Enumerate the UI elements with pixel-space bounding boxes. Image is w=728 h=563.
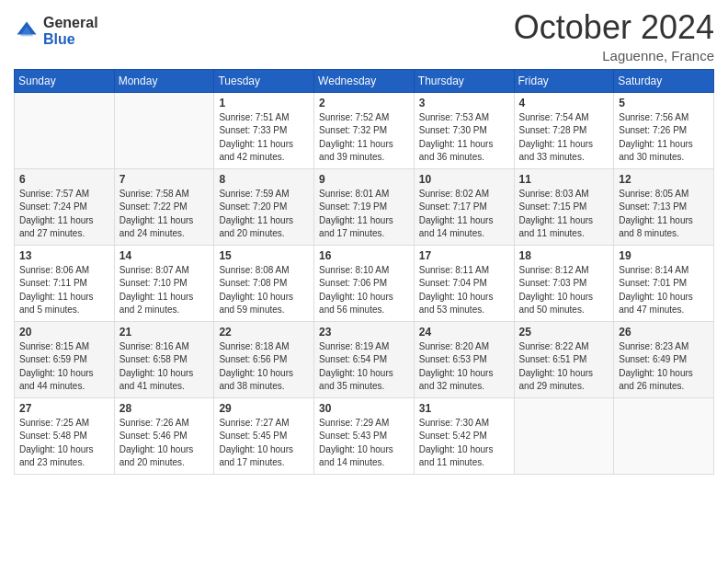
calendar-cell: 23Sunrise: 8:19 AMSunset: 6:54 PMDayligh…: [314, 321, 415, 397]
day-info: Sunrise: 8:07 AMSunset: 7:10 PMDaylight:…: [119, 264, 210, 317]
logo-general: General: [43, 15, 98, 31]
calendar-cell: [15, 92, 115, 168]
day-info: Sunrise: 8:20 AMSunset: 6:53 PMDaylight:…: [419, 340, 509, 394]
day-info: Sunrise: 8:10 AMSunset: 7:06 PMDaylight:…: [319, 264, 409, 317]
day-number: 17: [419, 249, 509, 262]
calendar-cell: 5Sunrise: 7:56 AMSunset: 7:26 PMDaylight…: [614, 92, 714, 168]
day-info: Sunrise: 8:03 AMSunset: 7:15 PMDaylight:…: [519, 188, 609, 241]
calendar-cell: 4Sunrise: 7:54 AMSunset: 7:28 PMDaylight…: [514, 92, 614, 168]
calendar-cell: 26Sunrise: 8:23 AMSunset: 6:49 PMDayligh…: [614, 321, 714, 397]
calendar-cell: 29Sunrise: 7:27 AMSunset: 5:45 PMDayligh…: [214, 397, 314, 474]
day-number: 26: [619, 326, 709, 339]
calendar-cell: 7Sunrise: 7:58 AMSunset: 7:22 PMDaylight…: [114, 168, 214, 245]
calendar-cell: 2Sunrise: 7:52 AMSunset: 7:32 PMDaylight…: [314, 92, 415, 168]
column-header-monday: Monday: [114, 69, 214, 92]
calendar-cell: 20Sunrise: 8:15 AMSunset: 6:59 PMDayligh…: [15, 321, 115, 397]
column-header-tuesday: Tuesday: [214, 69, 314, 92]
day-number: 12: [619, 173, 709, 186]
day-number: 8: [219, 173, 309, 186]
day-info: Sunrise: 8:12 AMSunset: 7:03 PMDaylight:…: [519, 264, 609, 317]
calendar-cell: 11Sunrise: 8:03 AMSunset: 7:15 PMDayligh…: [514, 168, 614, 245]
day-info: Sunrise: 7:26 AMSunset: 5:46 PMDaylight:…: [119, 417, 210, 470]
day-number: 22: [219, 326, 309, 339]
day-info: Sunrise: 8:18 AMSunset: 6:56 PMDaylight:…: [219, 340, 309, 394]
calendar-cell: 8Sunrise: 7:59 AMSunset: 7:20 PMDaylight…: [214, 168, 314, 245]
day-info: Sunrise: 8:15 AMSunset: 6:59 PMDaylight:…: [19, 340, 109, 394]
column-header-saturday: Saturday: [614, 69, 714, 92]
calendar-cell: 31Sunrise: 7:30 AMSunset: 5:42 PMDayligh…: [414, 397, 514, 474]
column-header-sunday: Sunday: [15, 69, 115, 92]
day-info: Sunrise: 8:16 AMSunset: 6:58 PMDaylight:…: [119, 340, 210, 394]
title-block: October 2024 Laguenne, France: [514, 9, 714, 63]
calendar-header-row: SundayMondayTuesdayWednesdayThursdayFrid…: [15, 69, 714, 92]
calendar-cell: [114, 92, 214, 168]
calendar-week-row: 13Sunrise: 8:06 AMSunset: 7:11 PMDayligh…: [15, 245, 714, 321]
day-info: Sunrise: 8:22 AMSunset: 6:51 PMDaylight:…: [519, 340, 609, 394]
day-number: 4: [519, 97, 609, 109]
day-info: Sunrise: 7:29 AMSunset: 5:43 PMDaylight:…: [319, 417, 409, 470]
logo: General Blue: [14, 15, 98, 47]
calendar-week-row: 27Sunrise: 7:25 AMSunset: 5:48 PMDayligh…: [15, 397, 714, 474]
day-info: Sunrise: 8:01 AMSunset: 7:19 PMDaylight:…: [319, 188, 409, 241]
calendar-cell: 24Sunrise: 8:20 AMSunset: 6:53 PMDayligh…: [414, 321, 514, 397]
calendar-cell: 14Sunrise: 8:07 AMSunset: 7:10 PMDayligh…: [114, 245, 214, 321]
day-number: 27: [19, 402, 109, 415]
day-number: 25: [519, 326, 609, 339]
logo-blue: Blue: [43, 31, 98, 48]
day-info: Sunrise: 7:59 AMSunset: 7:20 PMDaylight:…: [219, 188, 309, 241]
day-info: Sunrise: 8:23 AMSunset: 6:49 PMDaylight:…: [619, 340, 709, 394]
day-info: Sunrise: 7:56 AMSunset: 7:26 PMDaylight:…: [619, 111, 709, 165]
day-info: Sunrise: 8:19 AMSunset: 6:54 PMDaylight:…: [319, 340, 409, 394]
calendar-cell: 28Sunrise: 7:26 AMSunset: 5:46 PMDayligh…: [114, 397, 214, 474]
day-info: Sunrise: 8:11 AMSunset: 7:04 PMDaylight:…: [419, 264, 509, 317]
calendar-cell: 12Sunrise: 8:05 AMSunset: 7:13 PMDayligh…: [614, 168, 714, 245]
day-number: 29: [219, 402, 309, 415]
day-number: 13: [19, 249, 109, 262]
calendar-cell: 9Sunrise: 8:01 AMSunset: 7:19 PMDaylight…: [314, 168, 415, 245]
day-info: Sunrise: 7:30 AMSunset: 5:42 PMDaylight:…: [419, 417, 509, 470]
day-info: Sunrise: 7:52 AMSunset: 7:32 PMDaylight:…: [319, 111, 409, 165]
calendar-cell: 30Sunrise: 7:29 AMSunset: 5:43 PMDayligh…: [314, 397, 415, 474]
calendar-cell: 17Sunrise: 8:11 AMSunset: 7:04 PMDayligh…: [414, 245, 514, 321]
calendar-cell: 3Sunrise: 7:53 AMSunset: 7:30 PMDaylight…: [414, 92, 514, 168]
calendar-week-row: 6Sunrise: 7:57 AMSunset: 7:24 PMDaylight…: [15, 168, 714, 245]
day-number: 15: [219, 249, 309, 262]
day-number: 20: [19, 326, 109, 339]
logo-text: General Blue: [43, 15, 98, 47]
calendar-cell: 21Sunrise: 8:16 AMSunset: 6:58 PMDayligh…: [114, 321, 214, 397]
column-header-friday: Friday: [514, 69, 614, 92]
day-info: Sunrise: 8:14 AMSunset: 7:01 PMDaylight:…: [619, 264, 709, 317]
day-info: Sunrise: 8:02 AMSunset: 7:17 PMDaylight:…: [419, 188, 509, 241]
calendar-cell: 13Sunrise: 8:06 AMSunset: 7:11 PMDayligh…: [15, 245, 115, 321]
day-number: 21: [119, 326, 210, 339]
day-number: 6: [19, 173, 109, 186]
day-number: 16: [319, 249, 409, 262]
calendar-cell: 16Sunrise: 8:10 AMSunset: 7:06 PMDayligh…: [314, 245, 415, 321]
calendar-cell: [514, 397, 614, 474]
day-info: Sunrise: 7:51 AMSunset: 7:33 PMDaylight:…: [219, 111, 309, 165]
calendar-cell: 25Sunrise: 8:22 AMSunset: 6:51 PMDayligh…: [514, 321, 614, 397]
day-number: 7: [119, 173, 210, 186]
calendar-week-row: 1Sunrise: 7:51 AMSunset: 7:33 PMDaylight…: [15, 92, 714, 168]
day-info: Sunrise: 7:25 AMSunset: 5:48 PMDaylight:…: [19, 417, 109, 470]
calendar-cell: 19Sunrise: 8:14 AMSunset: 7:01 PMDayligh…: [614, 245, 714, 321]
day-info: Sunrise: 8:08 AMSunset: 7:08 PMDaylight:…: [219, 264, 309, 317]
day-number: 28: [119, 402, 210, 415]
day-number: 11: [519, 173, 609, 186]
day-info: Sunrise: 7:54 AMSunset: 7:28 PMDaylight:…: [519, 111, 609, 165]
day-number: 24: [419, 326, 509, 339]
calendar-cell: 6Sunrise: 7:57 AMSunset: 7:24 PMDaylight…: [15, 168, 115, 245]
day-number: 1: [219, 97, 309, 109]
day-info: Sunrise: 7:27 AMSunset: 5:45 PMDaylight:…: [219, 417, 309, 470]
day-number: 10: [419, 173, 509, 186]
day-info: Sunrise: 8:06 AMSunset: 7:11 PMDaylight:…: [19, 264, 109, 317]
day-number: 3: [419, 97, 509, 109]
location-title: Laguenne, France: [514, 48, 714, 63]
calendar-cell: 18Sunrise: 8:12 AMSunset: 7:03 PMDayligh…: [514, 245, 614, 321]
column-header-thursday: Thursday: [414, 69, 514, 92]
day-number: 31: [419, 402, 509, 415]
day-number: 19: [619, 249, 709, 262]
day-number: 5: [619, 97, 709, 109]
day-info: Sunrise: 7:58 AMSunset: 7:22 PMDaylight:…: [119, 188, 210, 241]
day-number: 23: [319, 326, 409, 339]
